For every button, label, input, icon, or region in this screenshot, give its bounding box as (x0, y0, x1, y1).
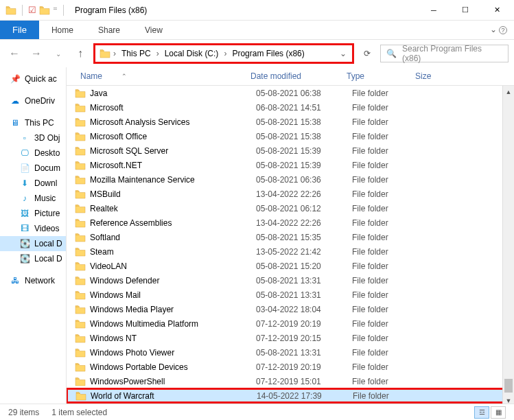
nav-desktop[interactable]: 🖵Deskto (0, 145, 66, 161)
music-icon: ♪ (19, 193, 30, 204)
chevron-right-icon[interactable]: › (112, 49, 117, 58)
nav-documents[interactable]: 📄Docum (0, 161, 66, 176)
table-row[interactable]: Windows Mail05-08-2021 13:31File folder (67, 288, 514, 302)
table-row[interactable]: VideoLAN05-08-2021 15:20File folder (67, 259, 514, 273)
navigation-pane[interactable]: 📌Quick ac ☁OneDriv 🖥This PC ▫3D Obj 🖵Des… (0, 67, 67, 406)
table-row[interactable]: WindowsPowerShell07-12-2019 15:01File fo… (67, 374, 514, 388)
table-row[interactable]: Windows Photo Viewer05-08-2021 13:31File… (67, 345, 514, 360)
file-type: File folder (347, 290, 415, 300)
nav-downloads[interactable]: ⬇Downl (0, 176, 66, 191)
breadcrumb-segment[interactable]: Program Files (x86) (229, 49, 307, 58)
checkbox-icon[interactable]: ☑ (28, 5, 36, 15)
nav-pictures[interactable]: 🖼Picture (0, 206, 66, 221)
tab-view[interactable]: View (132, 21, 175, 39)
column-name[interactable]: Name⌃ (67, 71, 245, 81)
folder-icon (75, 117, 86, 127)
file-name: Windows NT (90, 334, 137, 343)
column-date[interactable]: Date modified (245, 71, 341, 81)
table-row[interactable]: Microsoft Analysis Services05-08-2021 15… (67, 115, 514, 129)
close-button[interactable]: ✕ (481, 0, 513, 21)
column-headers[interactable]: Name⌃ Date modified Type Size (67, 67, 514, 86)
nav-onedrive[interactable]: ☁OneDriv (0, 93, 66, 108)
chevron-right-icon[interactable]: › (222, 49, 228, 58)
file-date: 14-05-2022 17:39 (251, 391, 347, 401)
file-date: 05-08-2021 15:38 (250, 132, 347, 141)
table-row[interactable]: Reference Assemblies13-04-2022 22:26File… (67, 215, 514, 230)
folder-icon (75, 261, 86, 271)
file-type: File folder (347, 132, 415, 141)
recent-dropdown-icon[interactable]: ⌄ (49, 45, 67, 62)
qat-dropdown-icon[interactable]: ⁼ (53, 5, 58, 15)
table-row[interactable]: Windows Defender05-08-2021 13:31File fol… (67, 273, 514, 288)
folder-icon (75, 377, 86, 386)
column-size[interactable]: Size (410, 71, 465, 81)
table-row[interactable]: Windows NT07-12-2019 20:15File folder (67, 331, 514, 345)
table-row[interactable]: MSBuild13-04-2022 22:26File folder (67, 187, 514, 201)
folder-icon (75, 233, 86, 242)
table-row[interactable]: Microsoft Office05-08-2021 15:38File fol… (67, 129, 514, 143)
table-row[interactable]: Windows Portable Devices07-12-2019 20:19… (67, 360, 514, 374)
folder-icon (75, 305, 86, 314)
table-row[interactable]: Microsoft.NET05-08-2021 15:39File folder (67, 158, 514, 172)
search-input[interactable]: 🔍 Search Program Files (x86) (380, 45, 509, 62)
picture-icon: 🖼 (19, 208, 30, 219)
maximize-button[interactable]: ☐ (449, 0, 481, 21)
table-row[interactable]: Microsoft06-08-2021 14:51File folder (67, 100, 514, 115)
folder-icon (75, 189, 86, 199)
chevron-right-icon[interactable]: › (155, 49, 161, 58)
file-name: Windows Defender (90, 276, 159, 285)
table-row[interactable]: Microsoft SQL Server05-08-2021 15:39File… (67, 143, 514, 158)
file-type: File folder (347, 175, 415, 185)
address-dropdown-icon[interactable]: ⌄ (334, 49, 352, 58)
back-button[interactable]: ← (5, 45, 23, 62)
view-details-button[interactable]: ☲ (474, 406, 489, 419)
tab-home[interactable]: Home (39, 21, 86, 39)
nav-music[interactable]: ♪Music (0, 191, 66, 206)
nav-local-disk[interactable]: 💽Local D (0, 251, 66, 266)
file-type: File folder (347, 146, 415, 156)
nav-3d-objects[interactable]: ▫3D Obj (0, 130, 66, 145)
file-type: File folder (347, 161, 415, 170)
view-large-button[interactable]: ▦ (491, 406, 506, 419)
tab-share[interactable]: Share (86, 21, 132, 39)
file-date: 05-08-2021 15:20 (250, 261, 347, 271)
address-bar[interactable]: › This PC › Local Disk (C:) › Program Fi… (93, 43, 354, 64)
drive-icon: 💽 (19, 253, 30, 264)
nav-this-pc[interactable]: 🖥This PC (0, 115, 66, 130)
table-row[interactable]: Softland05-08-2021 15:35File folder (67, 230, 514, 244)
table-row[interactable]: Windows Multimedia Platform07-12-2019 20… (67, 316, 514, 331)
nav-videos[interactable]: 🎞Videos (0, 221, 66, 236)
nav-quick-access[interactable]: 📌Quick ac (0, 71, 66, 86)
table-row[interactable]: Realtek05-08-2021 06:12File folder (67, 201, 514, 215)
folder-icon (75, 391, 86, 401)
nav-network[interactable]: 🖧Network (0, 273, 66, 288)
file-date: 05-08-2021 15:39 (250, 146, 347, 156)
document-icon: 📄 (19, 163, 30, 174)
status-bar: 29 items 1 item selected ☲ ▦ (0, 404, 514, 420)
table-row[interactable]: Mozilla Maintenance Service05-08-2021 06… (67, 172, 514, 187)
pc-icon: 🖥 (10, 117, 21, 128)
breadcrumb-segment[interactable]: Local Disk (C:) (162, 49, 222, 58)
scroll-thumb[interactable] (504, 379, 513, 393)
breadcrumb-segment[interactable]: This PC (119, 49, 154, 58)
forward-button[interactable]: → (27, 45, 45, 62)
table-row[interactable]: Windows Media Player03-04-2022 18:04File… (67, 302, 514, 316)
table-row[interactable]: Steam13-05-2022 21:42File folder (67, 244, 514, 259)
column-type[interactable]: Type (341, 71, 410, 81)
file-name: World of Warcraft (91, 391, 154, 401)
refresh-button[interactable]: ⟳ (358, 45, 376, 62)
file-name: Java (90, 89, 107, 98)
table-row[interactable]: Java05-08-2021 06:38File folder (67, 86, 514, 100)
folder-icon (75, 204, 86, 213)
desktop-icon: 🖵 (19, 148, 30, 159)
up-button[interactable]: ↑ (71, 45, 89, 62)
file-date: 07-12-2019 20:19 (250, 319, 347, 329)
ribbon-collapse-icon[interactable]: ⌄ ? (490, 25, 507, 34)
scroll-up-icon[interactable]: ▲ (503, 86, 514, 97)
minimize-button[interactable]: ─ (418, 0, 449, 21)
tab-file[interactable]: File (0, 21, 39, 39)
file-list[interactable]: Java05-08-2021 06:38File folderMicrosoft… (67, 86, 514, 406)
table-row[interactable]: World of Warcraft14-05-2022 17:39File fo… (67, 388, 514, 403)
scrollbar-vertical[interactable]: ▲ ▼ (502, 86, 514, 406)
nav-local-disk[interactable]: 💽Local D (0, 236, 66, 251)
